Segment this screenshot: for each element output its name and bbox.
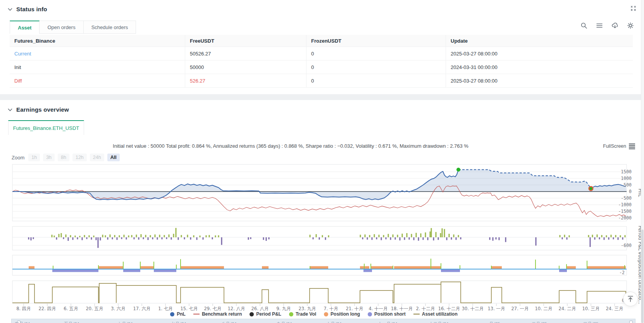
- collapse-chevron-icon[interactable]: [8, 108, 12, 111]
- legend-item-pnl[interactable]: PnL: [170, 311, 186, 317]
- svg-text:30. 十二月: 30. 十二月: [462, 306, 484, 311]
- back-to-top-icon: [627, 295, 634, 302]
- zoom-3h-button[interactable]: 3h: [43, 154, 55, 161]
- earnings-title: Earnings overview: [16, 106, 69, 113]
- legend-label: Position long: [331, 311, 360, 317]
- menu-icon[interactable]: [596, 22, 603, 29]
- svg-text:8. 四月: 8. 四月: [16, 306, 31, 311]
- col-header-futures-binance[interactable]: Futures_Binance: [10, 35, 185, 47]
- datazoom-slider[interactable]: 四月 '24五月 '24六月 '24七月 '24八月 '24九月 '24十月 '…: [11, 319, 635, 323]
- tab-schedule-orders[interactable]: Schedule orders: [84, 21, 136, 34]
- svg-text:500: 500: [623, 182, 632, 188]
- col-header-frozenusdt[interactable]: FrozenUSDT: [306, 35, 446, 47]
- diff-frozen: 0: [306, 74, 446, 87]
- svg-text:10. 三月: 10. 三月: [582, 306, 600, 311]
- svg-text:23. 九月: 23. 九月: [299, 306, 316, 311]
- legend-item-position-long[interactable]: Position long: [324, 311, 360, 317]
- asset-table: Futures_Binance FreeUSDT FrozenUSDT Upda…: [10, 35, 633, 88]
- legend-dot-icon: [250, 312, 254, 316]
- svg-text:-1500: -1500: [618, 209, 632, 214]
- svg-text:16. 十二月: 16. 十二月: [438, 306, 460, 311]
- table-row[interactable]: Current 50526.27 0 2025-03-27 08:00:00: [10, 47, 633, 60]
- col-header-update[interactable]: Update: [446, 35, 633, 47]
- datazoom-month-label: 一月 '25: [485, 321, 500, 323]
- zoom-8h-button[interactable]: 8h: [58, 154, 69, 161]
- earnings-chart[interactable]: 150010005000-500-1000-1500-2000-600-208.…: [0, 163, 644, 311]
- diff-update: 2025-03-27 08:00:00: [446, 74, 633, 87]
- current-update: 2025-03-27 08:00:00: [446, 47, 633, 60]
- table-row[interactable]: Init 50000 0 2024-03-31 00:00:00: [10, 60, 633, 74]
- search-icon[interactable]: [580, 22, 587, 29]
- tab-open-orders[interactable]: Open orders: [40, 21, 83, 34]
- legend-item-period-p-l[interactable]: Period P&L: [250, 311, 281, 317]
- svg-text:-600: -600: [621, 243, 632, 248]
- zoom-24h-button[interactable]: 24h: [90, 154, 104, 161]
- table-row[interactable]: Diff 526.27 0 2025-03-27 08:00:00: [10, 74, 633, 88]
- zoom-12h-button[interactable]: 12h: [72, 154, 87, 161]
- datazoom-month-label: 十二月 '24: [429, 321, 448, 323]
- page-scrollbar[interactable]: [641, 0, 644, 323]
- diff-free: 526.27: [190, 78, 205, 84]
- legend-line-icon: [193, 314, 200, 314]
- legend-item-asset-utilization[interactable]: Asset utilization: [413, 311, 458, 317]
- svg-text:0: 0: [629, 189, 632, 194]
- tab-futures-binance-eth-usdt[interactable]: Futures_Binance.ETH_USDT: [8, 120, 84, 135]
- legend-label: Trade Vol: [296, 311, 316, 317]
- datazoom-month-label: 十一月 '24: [378, 321, 397, 323]
- init-update: 2024-03-31 00:00:00: [446, 60, 633, 74]
- svg-text:24. 二月: 24. 二月: [559, 306, 576, 311]
- svg-text:13. 一月: 13. 一月: [488, 306, 505, 311]
- col-header-freeusdt[interactable]: FreeUSDT: [185, 35, 306, 47]
- datazoom-month-label: 九月 '24: [277, 321, 292, 323]
- scrollbar-thumb[interactable]: [641, 230, 644, 323]
- settings-gear-icon[interactable]: [627, 22, 634, 29]
- earnings-summary: Initial net value : 50000 Total profit: …: [0, 143, 581, 149]
- svg-text:6. 五月: 6. 五月: [64, 306, 78, 311]
- current-link[interactable]: Current: [14, 51, 31, 57]
- chart-fullscreen-button[interactable]: FullScreen: [603, 143, 626, 149]
- init-frozen: 0: [306, 60, 446, 74]
- tab-asset[interactable]: Asset: [10, 21, 40, 34]
- legend-label: Asset utilization: [422, 311, 458, 317]
- svg-text:17. 六月: 17. 六月: [133, 306, 151, 311]
- fullscreen-expand-icon[interactable]: [630, 5, 636, 11]
- current-frozen: 0: [306, 47, 446, 60]
- cloud-download-icon[interactable]: [611, 22, 618, 29]
- svg-text:24. 三月: 24. 三月: [606, 306, 623, 311]
- current-pnl-marker: [589, 187, 593, 190]
- svg-text:-2: -2: [619, 270, 625, 275]
- chart-zoom-controls: Zoom 1h 3h 8h 12h 24h All: [12, 154, 120, 161]
- legend-item-position-short[interactable]: Position short: [368, 311, 406, 317]
- legend-label: PnL: [177, 311, 186, 317]
- datazoom-month-label: 五月 '24: [64, 321, 79, 323]
- earnings-header: Earnings overview: [8, 106, 69, 113]
- chart-menu-icon[interactable]: [629, 143, 635, 149]
- svg-text:22. 四月: 22. 四月: [39, 306, 56, 311]
- zoom-all-button[interactable]: All: [107, 154, 120, 161]
- svg-text:1500: 1500: [621, 169, 632, 174]
- legend-item-benchmark-return[interactable]: Benchmark return: [193, 311, 242, 317]
- datazoom-right-handle[interactable]: [629, 321, 633, 323]
- svg-text:15. 七月: 15. 七月: [181, 306, 198, 311]
- svg-text:12. 八月: 12. 八月: [228, 306, 245, 311]
- svg-text:-1000: -1000: [618, 202, 632, 207]
- init-label: Init: [10, 60, 185, 74]
- legend-dot-icon: [289, 312, 293, 316]
- back-to-top-button[interactable]: [623, 292, 638, 306]
- svg-text:1000: 1000: [621, 176, 632, 181]
- svg-text:26. 八月: 26. 八月: [251, 306, 269, 311]
- legend-item-trade-vol[interactable]: Trade Vol: [289, 311, 316, 317]
- legend-label: Period P&L: [256, 311, 281, 317]
- svg-text:1. 七月: 1. 七月: [158, 306, 173, 311]
- table-header-row: Futures_Binance FreeUSDT FrozenUSDT Upda…: [10, 35, 633, 47]
- zoom-1h-button[interactable]: 1h: [28, 154, 40, 161]
- datazoom-month-label: 八月 '24: [221, 321, 236, 323]
- current-free: 50526.27: [185, 47, 306, 60]
- svg-text:18. 十一月: 18. 十一月: [391, 306, 413, 311]
- svg-text:-2000: -2000: [618, 215, 632, 221]
- collapse-chevron-icon[interactable]: [8, 8, 12, 11]
- legend-line-icon: [413, 314, 420, 314]
- status-tabs: Asset Open orders Schedule orders: [10, 21, 136, 34]
- datazoom-month-label: 四月 '24: [15, 321, 30, 323]
- legend-dot-icon: [170, 312, 174, 316]
